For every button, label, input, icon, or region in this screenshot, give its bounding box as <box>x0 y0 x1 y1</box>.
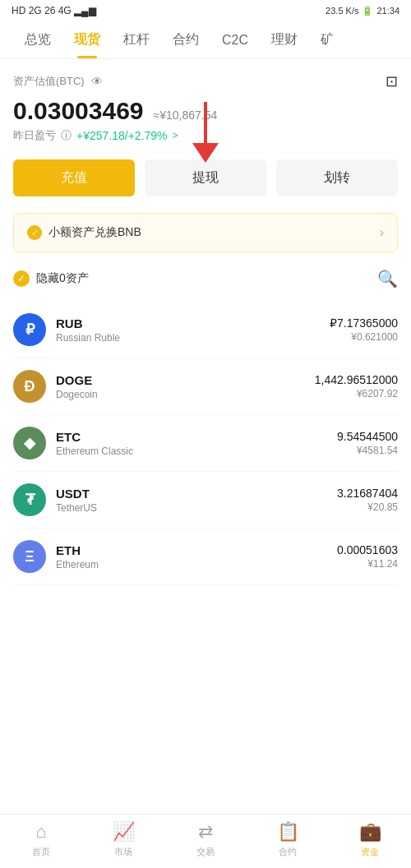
asset-label-text: 资产估值(BTC) <box>13 74 85 89</box>
market-icon: 📈 <box>113 821 135 843</box>
action-buttons: 充值 提现 划转 <box>13 159 398 196</box>
bottom-nav-wallet[interactable]: 💼 资金 <box>341 821 399 858</box>
home-label: 首页 <box>32 846 50 858</box>
doge-cny: ¥6207.92 <box>315 388 398 399</box>
hide-assets-toggle[interactable]: ✓ 隐藏0资产 <box>13 270 89 287</box>
hide-label: 隐藏0资产 <box>36 271 89 286</box>
top-nav: 总览 现货 杠杆 合约 C2C 理财 矿 <box>0 21 411 59</box>
etc-info: ETC Ethereum Classic <box>56 430 337 457</box>
nav-item-futures[interactable]: 合约 <box>161 21 210 58</box>
asset-value-row: 0.03003469 ≈¥10,867.54 <box>13 97 398 125</box>
doge-fullname: Dogecoin <box>56 389 315 400</box>
doge-info: DOGE Dogecoin <box>56 373 315 400</box>
bottom-nav-futures[interactable]: 📋 合约 <box>259 821 316 858</box>
asset-item-eth[interactable]: Ξ ETH Ethereum 0.00051603 ¥11.24 <box>13 529 398 585</box>
status-left: HD 2G 26 4G ▂▄▆ <box>12 5 96 16</box>
arrow-head <box>192 143 219 163</box>
transfer-button[interactable]: 划转 <box>276 159 398 196</box>
time-display: 21:34 <box>376 6 399 16</box>
bottom-nav-market[interactable]: 📈 市场 <box>95 821 152 858</box>
bnb-exchange-label: 小额资产兑换BNB <box>48 225 141 240</box>
status-right: 23.5 K/s 🔋 21:34 <box>326 6 399 16</box>
search-icon[interactable]: 🔍 <box>377 269 398 289</box>
status-bar: HD 2G 26 4G ▂▄▆ 23.5 K/s 🔋 21:34 <box>0 0 411 21</box>
eth-amount: 0.00051603 <box>337 543 398 556</box>
home-icon: ⌂ <box>35 821 46 843</box>
filter-row: ✓ 隐藏0资产 🔍 <box>13 269 398 289</box>
hide-check-icon: ✓ <box>13 270 30 287</box>
info-icon: ⓘ <box>61 128 72 143</box>
deposit-button[interactable]: 充值 <box>13 159 135 196</box>
withdraw-button[interactable]: 提现 <box>145 159 266 196</box>
asset-list: ₽ RUB Russian Ruble ₽7.17365000 ¥0.62100… <box>13 302 398 585</box>
nav-item-spot[interactable]: 现货 <box>62 21 112 58</box>
nav-item-leverage[interactable]: 杠杆 <box>112 21 161 58</box>
scan-icon[interactable]: ⊡ <box>386 72 398 90</box>
rub-info: RUB Russian Ruble <box>56 316 330 344</box>
bnb-exchange-banner[interactable]: ✓ 小额资产兑换BNB › <box>13 213 398 252</box>
futures-icon: 📋 <box>277 821 299 843</box>
eth-balance: 0.00051603 ¥11.24 <box>337 543 398 570</box>
main-content: 资产估值(BTC) 👁 ⊡ 0.03003469 ≈¥10,867.54 昨日盈… <box>0 59 411 651</box>
btc-amount: 0.03003469 <box>13 97 144 125</box>
profit-row: 昨日盈亏 ⓘ +¥257.18/+2.79% > <box>13 128 398 143</box>
etc-amount: 9.54544500 <box>337 430 398 443</box>
eth-cny: ¥11.24 <box>337 558 398 570</box>
asset-item-usdt[interactable]: ₮ USDT TetherUS 3.21687404 ¥20.85 <box>13 472 398 529</box>
usdt-info: USDT TetherUS <box>56 487 337 514</box>
bottom-nav: ⌂ 首页 📈 市场 ⇄ 交易 📋 合约 💼 资金 <box>0 814 411 868</box>
asset-item-etc[interactable]: ◆ ETC Ethereum Classic 9.54544500 ¥4581.… <box>13 415 398 472</box>
eth-fullname: Ethereum <box>56 559 337 570</box>
futures-label: 合约 <box>279 846 297 858</box>
nav-item-overview[interactable]: 总览 <box>13 21 62 58</box>
trade-label: 交易 <box>196 846 215 858</box>
etc-symbol: ETC <box>56 430 337 444</box>
nav-item-financial[interactable]: 理财 <box>260 21 309 58</box>
usdt-amount: 3.21687404 <box>337 487 398 500</box>
trade-icon: ⇄ <box>198 821 213 843</box>
doge-amount: 1,442.96512000 <box>315 373 398 386</box>
nav-item-mining[interactable]: 矿 <box>309 21 345 58</box>
usdt-icon: ₮ <box>13 483 46 516</box>
wallet-label: 资金 <box>361 846 379 858</box>
etc-balance: 9.54544500 ¥4581.54 <box>337 430 398 456</box>
bnb-check-icon: ✓ <box>27 225 42 240</box>
profit-label: 昨日盈亏 <box>13 128 56 143</box>
asset-item-doge[interactable]: Ð DOGE Dogecoin 1,442.96512000 ¥6207.92 <box>13 358 398 415</box>
cny-approx: ≈¥10,867.54 <box>154 108 218 122</box>
bottom-nav-home[interactable]: ⌂ 首页 <box>12 821 70 858</box>
etc-fullname: Ethereum Classic <box>56 446 337 457</box>
etc-icon: ◆ <box>13 427 46 459</box>
battery-icon: 🔋 <box>362 6 373 16</box>
bottom-nav-trade[interactable]: ⇄ 交易 <box>177 821 234 858</box>
rub-icon: ₽ <box>13 313 46 346</box>
profit-value: +¥257.18/+2.79% <box>76 129 168 142</box>
bnb-left: ✓ 小额资产兑换BNB <box>27 225 141 240</box>
usdt-symbol: USDT <box>56 487 337 501</box>
rub-balance: ₽7.17365000 ¥0.621000 <box>330 316 398 343</box>
bnb-arrow-icon: › <box>380 225 384 240</box>
signal-icons: HD 2G 26 4G ▂▄▆ <box>12 5 96 16</box>
eth-info: ETH Ethereum <box>56 543 337 570</box>
market-label: 市场 <box>114 846 132 858</box>
doge-icon: Ð <box>13 370 46 403</box>
nav-item-c2c[interactable]: C2C <box>210 23 260 58</box>
usdt-fullname: TetherUS <box>56 502 337 514</box>
eth-symbol: ETH <box>56 543 337 557</box>
usdt-balance: 3.21687404 ¥20.85 <box>337 487 398 513</box>
eth-icon: Ξ <box>13 540 46 573</box>
profit-arrow[interactable]: > <box>173 130 178 141</box>
asset-label-row: 资产估值(BTC) 👁 ⊡ <box>13 72 398 90</box>
eye-icon[interactable]: 👁 <box>91 75 103 88</box>
etc-cny: ¥4581.54 <box>337 445 398 456</box>
rub-amount: ₽7.17365000 <box>330 316 398 330</box>
speed-indicator: 23.5 K/s <box>326 6 358 16</box>
usdt-cny: ¥20.85 <box>337 501 398 513</box>
doge-symbol: DOGE <box>56 373 315 387</box>
rub-fullname: Russian Ruble <box>56 332 330 344</box>
rub-cny: ¥0.621000 <box>330 331 398 343</box>
doge-balance: 1,442.96512000 ¥6207.92 <box>315 373 398 399</box>
asset-item-rub[interactable]: ₽ RUB Russian Ruble ₽7.17365000 ¥0.62100… <box>13 302 398 358</box>
rub-symbol: RUB <box>56 316 330 330</box>
wallet-icon: 💼 <box>359 821 381 843</box>
